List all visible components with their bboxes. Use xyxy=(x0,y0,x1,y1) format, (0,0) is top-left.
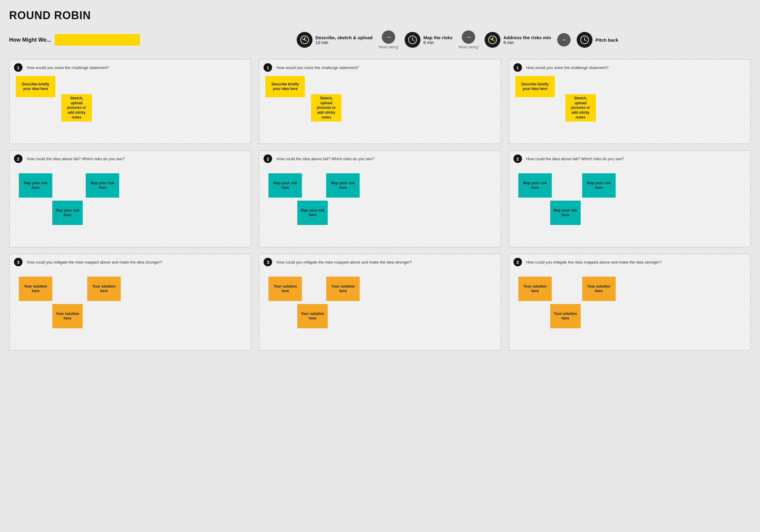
panel-col1-row2: 2How could the Idea above fail? Which ri… xyxy=(9,150,252,247)
hmw-area: How Might We... xyxy=(9,34,140,46)
panel-number-2-3: 3 xyxy=(263,258,272,266)
sticky-3-1-2[interactable]: Sketch, upload pictures or add sticky no… xyxy=(565,94,596,121)
panel-col3-row3: 3How could you mitigate the risks mapped… xyxy=(508,254,751,351)
panel-col3-row2: 2How could the idea above fail? Which ri… xyxy=(508,150,751,247)
step-2-title: Map the risks xyxy=(423,35,452,40)
step-2-icon xyxy=(404,32,420,48)
hmw-input[interactable] xyxy=(55,34,140,46)
sticky-3-2-1[interactable]: Map your risk here xyxy=(518,173,552,198)
panel-number-3-1: 1 xyxy=(513,63,522,72)
panel-col2-row2: 2How could the idea above fail? Which ri… xyxy=(259,150,501,247)
sticky-1-2-2[interactable]: Map your risk here xyxy=(86,173,119,198)
sticky-1-3-3[interactable]: Your solution here xyxy=(52,304,83,328)
step-1-title: Describe, sketch & upload xyxy=(315,35,373,40)
sticky-2-3-1[interactable]: Your solution here xyxy=(268,277,302,301)
arrow-2: → Move along! xyxy=(459,30,479,49)
step-1-icon xyxy=(297,32,312,48)
step-3-duration: 8 min xyxy=(503,40,551,45)
panel-content-2-2: Map your risk hereMap your risk hereMap … xyxy=(265,167,494,234)
sticky-2-3-3[interactable]: Your solution here xyxy=(297,304,328,328)
arrow-1-circle: → xyxy=(382,30,395,44)
sticky-3-3-3[interactable]: Your solution here xyxy=(550,304,581,328)
sticky-1-3-2[interactable]: Your solution here xyxy=(87,277,121,301)
sticky-2-2-2[interactable]: Map your risk here xyxy=(326,173,359,198)
panel-number-3-2: 2 xyxy=(513,154,522,163)
panel-number-1-3: 3 xyxy=(14,258,23,266)
steps-area: Describe, sketch & upload 10 min → Move … xyxy=(164,30,751,49)
panel-col2-row3: 3How could you mitigate the risks mapped… xyxy=(259,254,501,351)
panel-content-1-3: Your solution hereYour solution hereYour… xyxy=(16,270,245,337)
step-4: Pitch back xyxy=(577,32,618,48)
sticky-3-2-3[interactable]: Map your risk here xyxy=(550,201,581,225)
arrow-3-circle: → xyxy=(557,33,571,46)
step-1: Describe, sketch & upload 10 min xyxy=(297,32,373,48)
sticky-1-3-1[interactable]: Your solution here xyxy=(19,277,52,301)
sticky-3-3-1[interactable]: Your solution here xyxy=(518,277,552,301)
panel-content-1-2: Map your risk hereMap your risk hereMap … xyxy=(16,167,245,234)
panel-question-2-1: How would you solve the challenge statem… xyxy=(276,65,494,71)
sticky-1-2-1[interactable]: Map your risk here xyxy=(19,173,52,198)
panel-content-3-2: Map your risk hereMap your risk hereMap … xyxy=(515,167,744,234)
step-3: Address the risks min 8 min xyxy=(485,32,551,48)
panel-question-1-2: How could the Idea above fail? Which ris… xyxy=(27,156,245,162)
sticky-3-3-2[interactable]: Your solution here xyxy=(582,277,616,301)
step-3-text: Address the risks min 8 min xyxy=(503,35,551,45)
sticky-2-1-1[interactable]: Describe briefly your idea here xyxy=(265,76,305,97)
step-2-text: Map the risks 6 min xyxy=(423,35,452,45)
panel-content-3-3: Your solution hereYour solution hereYour… xyxy=(515,270,744,337)
panel-number-1-1: 1 xyxy=(14,63,23,72)
column-2: 1How would you solve the challenge state… xyxy=(259,59,501,351)
panel-number-2-1: 1 xyxy=(263,63,272,72)
panel-question-3-1: How would you solve the challenge statem… xyxy=(526,65,744,71)
sticky-1-2-3[interactable]: Map your risk here xyxy=(52,201,83,225)
hmw-label: How Might We... xyxy=(9,37,51,43)
step-4-title: Pitch back xyxy=(595,37,618,43)
sticky-3-1-1[interactable]: Describe briefly your idea here xyxy=(515,76,555,97)
panel-question-1-1: How would you solve the challenge statem… xyxy=(27,65,245,71)
page-title: ROUND ROBIN xyxy=(9,9,751,22)
sticky-3-2-2[interactable]: Map your risk here xyxy=(582,173,616,198)
column-3: 1How would you solve the challenge state… xyxy=(508,59,751,351)
arrow-2-circle: → xyxy=(462,30,475,44)
step-3-title: Address the risks min xyxy=(503,35,551,40)
panel-question-2-3: How could you mitigate the risks mapped … xyxy=(276,260,494,265)
sticky-2-1-2[interactable]: Sketch, upload pictures or add sticky no… xyxy=(311,94,341,121)
sticky-1-1-1[interactable]: Describe briefly your idea here xyxy=(16,76,55,97)
panel-col1-row1: 1How would you solve the challenge state… xyxy=(9,59,252,144)
sticky-2-3-2[interactable]: Your solution here xyxy=(326,277,359,301)
step-4-text: Pitch back xyxy=(595,37,618,43)
arrow-1: → Move along! xyxy=(378,30,398,49)
sticky-2-2-3[interactable]: Map your risk here xyxy=(297,201,328,225)
main-grid: 1How would you solve the challenge state… xyxy=(9,59,751,351)
panel-content-2-1: Describe briefly your idea hereSketch, u… xyxy=(265,76,494,131)
panel-col2-row1: 1How would you solve the challenge state… xyxy=(259,59,501,144)
move-along-2: Move along! xyxy=(459,45,479,49)
panel-question-1-3: How could you mitigate the risks mapped … xyxy=(27,260,245,265)
column-1: 1How would you solve the challenge state… xyxy=(9,59,252,351)
step-2: Map the risks 6 min xyxy=(404,32,452,48)
panel-question-3-2: How could the idea above fail? Which ris… xyxy=(526,156,744,162)
panel-col3-row1: 1How would you solve the challenge state… xyxy=(508,59,751,144)
panel-content-2-3: Your solution hereYour solution hereYour… xyxy=(265,270,494,337)
sticky-2-2-1[interactable]: Map your risk here xyxy=(268,173,302,198)
step-1-duration: 10 min xyxy=(315,40,373,45)
panel-question-3-3: How could you mitigate the risks mapped … xyxy=(526,260,744,265)
panel-number-2-2: 2 xyxy=(263,154,272,163)
panel-number-3-3: 3 xyxy=(513,258,522,266)
panel-content-3-1: Describe briefly your idea hereSketch, u… xyxy=(515,76,744,131)
arrow-3: → xyxy=(557,33,571,46)
panel-col1-row3: 3How could you mitigate the risks mapped… xyxy=(9,254,252,351)
move-along-1: Move along! xyxy=(378,45,398,49)
sticky-1-1-2[interactable]: Sketch, upload pictures or add sticky no… xyxy=(62,94,92,121)
header-row: How Might We... Describe, sketch & uploa… xyxy=(9,30,751,49)
step-3-icon xyxy=(485,32,500,48)
panel-question-2-2: How could the idea above fail? Which ris… xyxy=(276,156,494,162)
panel-number-1-2: 2 xyxy=(14,154,23,163)
panel-content-1-1: Describe briefly your idea hereSketch, u… xyxy=(16,76,245,131)
step-2-duration: 6 min xyxy=(423,40,452,45)
step-4-icon xyxy=(577,32,593,48)
step-1-text: Describe, sketch & upload 10 min xyxy=(315,35,373,45)
